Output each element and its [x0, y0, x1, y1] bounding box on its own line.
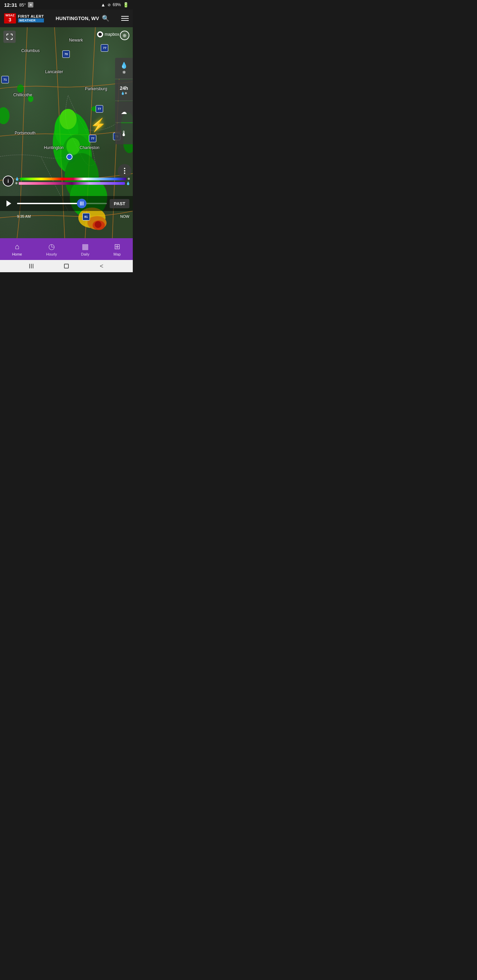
precipitation-layer-button[interactable]: 💧 ❄ — [115, 58, 133, 79]
svg-point-5 — [60, 109, 77, 129]
hourly-icon: ◷ — [48, 242, 55, 251]
home-button[interactable] — [62, 262, 70, 270]
snowflake-icon: ❄ — [122, 70, 126, 75]
map-view[interactable]: mapbox ⊕ Newark Columbus Lancaster Chill… — [0, 27, 133, 238]
rain-legend-icon: 💧 — [15, 177, 19, 181]
time-start-label: 9:35 AM — [17, 215, 30, 218]
search-icon[interactable]: 🔍 — [102, 14, 109, 22]
mapbox-logo — [97, 31, 103, 37]
wifi-icon: ▲ — [101, 2, 105, 8]
precip-color-bar — [20, 178, 126, 180]
rain-legend-icon2: 💧 — [126, 181, 130, 185]
precip-snow-icon: 💧❄ — [121, 92, 127, 95]
radar-legend: i 💧 ❄ ❄ 💧 — [0, 174, 133, 188]
recents-icon — [29, 264, 34, 269]
interstate-77-s: 77 — [89, 135, 96, 142]
time-now-label: NOW — [120, 215, 129, 218]
cloud-layer-button[interactable]: ☁ — [115, 102, 133, 123]
signal-icon: ⊘ — [108, 3, 111, 7]
nav-map[interactable]: ⊞ Map — [108, 241, 126, 258]
play-icon — [6, 200, 11, 207]
back-button[interactable]: < — [97, 262, 105, 270]
user-location-dot — [66, 154, 72, 160]
app-header: WSAZ 3 FIRST ALERT WEATHER HUNTINGTON, W… — [0, 10, 133, 27]
thermometer-icon: 🌡 — [120, 129, 128, 138]
home-sys-icon — [64, 264, 69, 269]
snow-legend-icon: ❄ — [127, 177, 130, 181]
snow-legend-icon2: ❄ — [15, 181, 18, 185]
temperature-display: 85° — [19, 2, 26, 8]
legend-info-button[interactable]: i — [3, 176, 14, 186]
recents-button[interactable] — [27, 262, 35, 270]
battery-display: 69% — [113, 2, 121, 7]
status-left: 12:31 85° ✕ — [4, 2, 34, 8]
playback-track[interactable] — [17, 203, 107, 204]
svg-point-10 — [95, 221, 102, 228]
past-button[interactable]: PAST — [110, 199, 129, 208]
time-labels: 9:35 AM NOW — [17, 215, 129, 218]
system-navigation-bar: < — [0, 260, 133, 272]
legend-scales: 💧 ❄ ❄ 💧 — [15, 177, 130, 185]
svg-point-6 — [66, 138, 80, 155]
status-right: ▲ ⊘ 69% 🔋 — [101, 2, 129, 8]
24h-layer-button[interactable]: 24h 💧❄ — [115, 80, 133, 101]
channel-badge: WSAZ 3 — [4, 13, 16, 23]
interstate-77-mid: 77 — [96, 105, 103, 113]
my-location-button[interactable]: ⊕ — [120, 30, 129, 40]
nav-daily[interactable]: ▦ Daily — [76, 241, 95, 258]
playback-progress — [17, 203, 82, 204]
lightning-icon: ⚡ — [90, 118, 92, 132]
interstate-70: 70 — [62, 50, 70, 58]
svg-point-14 — [17, 84, 24, 92]
location-text: HUNTINGTON, WV — [56, 16, 99, 21]
map-layer-panel: 💧 ❄ 24h 💧❄ ☁ 🌡 — [115, 58, 133, 144]
nav-home[interactable]: ⌂ Home — [6, 241, 27, 258]
daily-icon: ▦ — [82, 242, 89, 251]
mapbox-attribution: mapbox — [97, 31, 119, 37]
playback-thumb[interactable] — [77, 199, 86, 208]
svg-point-13 — [0, 107, 10, 124]
interstate-77-ne: 77 — [101, 44, 108, 52]
radar-playback-bar: PAST — [0, 196, 133, 211]
location-search-bar[interactable]: HUNTINGTON, WV 🔍 — [56, 14, 110, 22]
interstate-71: 71 — [2, 76, 9, 83]
thumb-lines-icon — [80, 202, 83, 205]
play-button[interactable] — [3, 198, 14, 209]
map-nav-icon: ⊞ — [114, 242, 120, 251]
nav-hourly[interactable]: ◷ Hourly — [40, 241, 62, 258]
mapbox-label: mapbox — [105, 32, 119, 37]
precip-icon: 💧 — [120, 62, 128, 69]
temperature-layer-button[interactable]: 🌡 — [115, 123, 133, 144]
svg-point-15 — [28, 95, 34, 102]
precip-legend-row: 💧 ❄ — [15, 177, 130, 181]
winter-legend-row: ❄ 💧 — [15, 181, 130, 185]
cloud-icon: ☁ — [121, 108, 127, 116]
notification-icon: ✕ — [28, 2, 34, 8]
back-icon: < — [100, 263, 104, 270]
expand-map-button[interactable] — [3, 30, 16, 43]
more-dots-icon — [124, 168, 125, 174]
logo: WSAZ 3 FIRST ALERT WEATHER — [4, 13, 44, 23]
time-display: 12:31 — [4, 2, 17, 8]
bottom-navigation: ⌂ Home ◷ Hourly ▦ Daily ⊞ Map — [0, 238, 133, 260]
menu-button[interactable] — [121, 16, 129, 21]
winter-color-bar — [19, 182, 125, 185]
home-icon: ⌂ — [14, 242, 19, 251]
logo-text: FIRST ALERT WEATHER — [18, 14, 44, 22]
battery-icon: 🔋 — [123, 2, 129, 8]
status-bar: 12:31 85° ✕ ▲ ⊘ 69% 🔋 — [0, 0, 133, 10]
